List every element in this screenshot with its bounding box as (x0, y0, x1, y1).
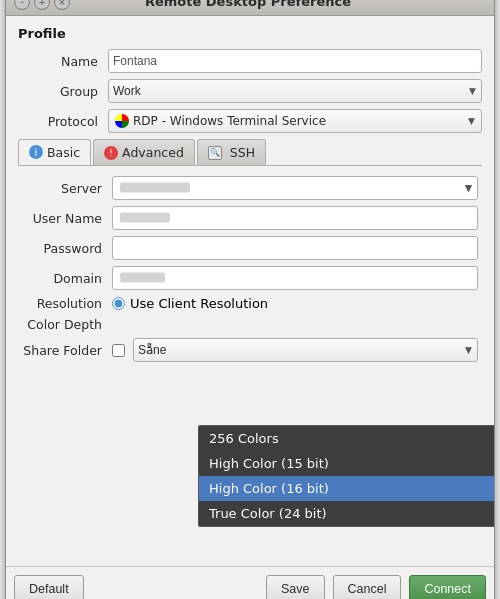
username-label: User Name (22, 211, 112, 226)
window-content: Profile Name Group Work Personal Other P… (6, 16, 494, 562)
tab-basic-label: Basic (47, 145, 80, 160)
profile-section-title: Profile (18, 26, 482, 41)
tab-advanced-label: Advanced (122, 145, 184, 160)
warn-icon: ! (104, 146, 118, 160)
window-controls: – + × (14, 0, 70, 10)
password-row: Password (22, 236, 478, 260)
connect-button[interactable]: Connect (409, 575, 486, 599)
server-row: Server ▼ (22, 176, 478, 200)
colordepth-dropdown: 256 Colors High Color (15 bit) High Colo… (198, 425, 495, 527)
name-row: Name (18, 49, 482, 73)
name-label: Name (18, 54, 108, 69)
domain-input[interactable] (112, 266, 478, 290)
group-select-wrapper: Work Personal Other (108, 79, 482, 103)
password-input[interactable] (112, 236, 478, 260)
protocol-display[interactable]: RDP - Windows Terminal Service (108, 109, 482, 133)
sharefolder-checkbox[interactable] (112, 344, 125, 357)
tab-ssh[interactable]: 🔍 SSH (197, 139, 266, 165)
close-button[interactable]: × (54, 0, 70, 10)
sharefolder-select[interactable]: Sẵne (133, 338, 478, 362)
colordepth-option-24bit[interactable]: True Color (24 bit) (199, 501, 495, 526)
protocol-label: Protocol (18, 114, 108, 129)
tab-basic[interactable]: i Basic (18, 139, 91, 165)
tab-advanced[interactable]: ! Advanced (93, 139, 195, 165)
group-row: Group Work Personal Other (18, 79, 482, 103)
group-select[interactable]: Work Personal Other (108, 79, 482, 103)
domain-row: Domain (22, 266, 478, 290)
cancel-button[interactable]: Cancel (333, 575, 402, 599)
sharefolder-label: Share Folder (22, 343, 112, 358)
password-label: Password (22, 241, 112, 256)
tab-content-basic: Server ▼ User Name (18, 166, 482, 372)
tab-ssh-label: SSH (230, 145, 255, 160)
server-input-wrapper: ▼ (112, 176, 478, 200)
colordepth-row: Color Depth 256 Colors High Color (15 bi… (22, 317, 478, 332)
domain-label: Domain (22, 271, 112, 286)
colordepth-option-15bit[interactable]: High Color (15 bit) (199, 451, 495, 476)
ssh-icon: 🔍 (208, 146, 222, 160)
colordepth-option-16bit[interactable]: High Color (16 bit) (199, 476, 495, 501)
colordepth-option-256[interactable]: 256 Colors (199, 426, 495, 451)
resolution-row: Resolution Use Client Resolution (22, 296, 478, 311)
name-input[interactable] (108, 49, 482, 73)
resolution-radio[interactable] (112, 297, 125, 310)
tabs: i Basic ! Advanced 🔍 SSH (18, 139, 482, 166)
username-row: User Name (22, 206, 478, 230)
group-label: Group (18, 84, 108, 99)
save-button[interactable]: Save (266, 575, 325, 599)
protocol-value: RDP - Windows Terminal Service (133, 114, 326, 128)
titlebar: – + × Remote Desktop Preference (6, 0, 494, 16)
rdp-icon (115, 114, 129, 128)
maximize-button[interactable]: + (34, 0, 50, 10)
resolution-radio-label: Use Client Resolution (130, 296, 268, 311)
server-label: Server (22, 181, 112, 196)
main-window: – + × Remote Desktop Preference Profile … (5, 0, 495, 599)
minimize-button[interactable]: – (14, 0, 30, 10)
window-title: Remote Desktop Preference (70, 0, 426, 9)
resolution-label: Resolution (22, 296, 112, 311)
colordepth-label: Color Depth (22, 317, 112, 332)
sharefolder-select-wrapper: Sẵne (133, 338, 478, 362)
server-input[interactable] (112, 176, 478, 200)
username-input[interactable] (112, 206, 478, 230)
sharefolder-row: Share Folder Sẵne (22, 338, 478, 362)
button-row: Default Save Cancel Connect (6, 566, 494, 599)
protocol-row: Protocol RDP - Windows Terminal Service (18, 109, 482, 133)
info-icon: i (29, 145, 43, 159)
default-button[interactable]: Default (14, 575, 84, 599)
